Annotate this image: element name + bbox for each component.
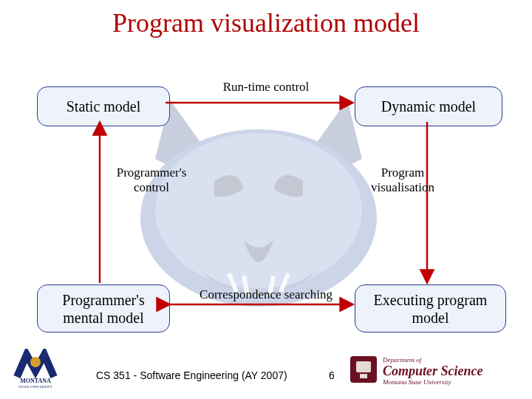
svg-text:MONTANA: MONTANA — [20, 378, 51, 384]
label-runtime-control: Run-time control — [200, 80, 332, 95]
footer-page-number: 6 — [329, 369, 335, 381]
montana-logo: MONTANA STATE UNIVERSITY — [13, 349, 83, 392]
svg-text:Department of: Department of — [382, 356, 423, 364]
label-program-visualisation: Program visualisation — [355, 166, 451, 195]
footer-course: CS 351 - Software Engineering (AY 2007) — [96, 369, 287, 381]
svg-rect-10 — [356, 361, 371, 372]
svg-text:Computer Science: Computer Science — [383, 364, 483, 378]
label-correspondence-searching: Correspondence searching — [185, 287, 347, 302]
svg-point-6 — [30, 357, 41, 367]
svg-text:STATE UNIVERSITY: STATE UNIVERSITY — [18, 385, 52, 389]
arrows — [0, 0, 532, 399]
label-programmers-control: Programmer's control — [103, 166, 200, 195]
cs-dept-logo: Department of Computer Science Montana S… — [349, 352, 519, 392]
svg-rect-11 — [360, 374, 367, 378]
slide: Program visualization model Static model… — [0, 0, 532, 399]
svg-text:Montana State University: Montana State University — [382, 378, 451, 386]
